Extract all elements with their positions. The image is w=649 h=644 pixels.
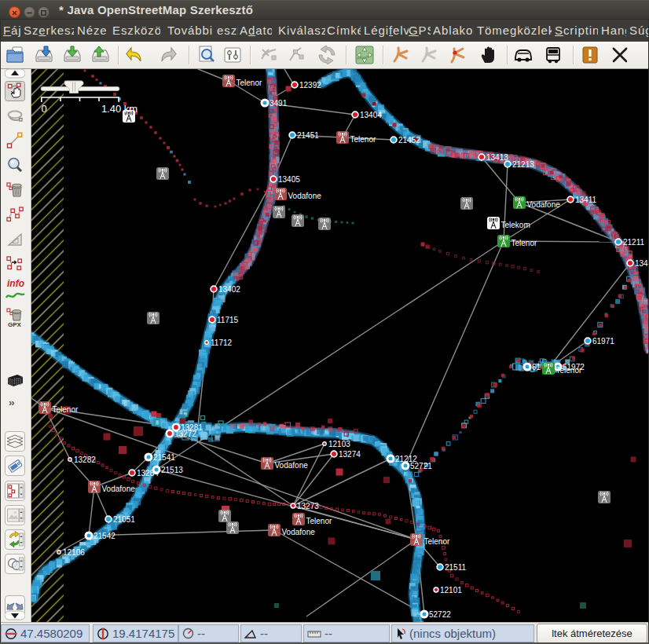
- svg-text:0: 0: [41, 103, 46, 115]
- svg-text:52722: 52722: [429, 610, 451, 619]
- svg-text:21513: 21513: [161, 466, 183, 474]
- svg-text:13272: 13272: [174, 430, 196, 438]
- svg-text:GPX: GPX: [8, 321, 22, 327]
- svg-text:21451: 21451: [297, 131, 319, 140]
- svg-text:Vodafone: Vodafone: [102, 485, 136, 493]
- svg-text:21542: 21542: [94, 532, 116, 540]
- svg-text:13274: 13274: [339, 450, 361, 459]
- svg-text:12106: 12106: [63, 548, 85, 557]
- svg-text:21452: 21452: [398, 136, 420, 145]
- svg-text:Vodafone: Vodafone: [527, 200, 561, 209]
- svg-text:12101: 12101: [440, 586, 462, 595]
- svg-text:21051: 21051: [113, 515, 135, 524]
- svg-text:Telekom: Telekom: [501, 221, 530, 229]
- svg-text:61: 61: [532, 363, 541, 371]
- svg-text:13273: 13273: [297, 502, 319, 510]
- svg-text:134: 134: [635, 259, 648, 268]
- svg-text:››: ››: [9, 397, 14, 408]
- svg-text:13405: 13405: [278, 175, 300, 184]
- svg-text:3491: 3491: [270, 99, 288, 108]
- svg-text:13411: 13411: [575, 196, 597, 204]
- svg-text:Vodafone: Vodafone: [275, 461, 309, 470]
- svg-text:Vodafone: Vodafone: [282, 528, 316, 536]
- svg-text:13402: 13402: [218, 285, 240, 294]
- svg-text:Telenor: Telenor: [424, 537, 450, 546]
- svg-text:12392: 12392: [299, 81, 321, 90]
- svg-text:21211: 21211: [623, 238, 645, 247]
- svg-text:1.40 km: 1.40 km: [101, 103, 138, 115]
- svg-text:Telenor: Telenor: [236, 79, 262, 87]
- svg-text:21213: 21213: [512, 160, 534, 169]
- svg-text:Telenor: Telenor: [556, 366, 582, 375]
- svg-text:13413: 13413: [486, 153, 508, 162]
- svg-text:11715: 11715: [217, 316, 239, 324]
- svg-text:21541: 21541: [153, 453, 175, 462]
- svg-text:Telenor: Telenor: [306, 517, 332, 525]
- svg-text:12103: 12103: [328, 440, 350, 448]
- svg-text:Vodafone: Vodafone: [288, 192, 322, 200]
- svg-text:11712: 11712: [211, 338, 233, 347]
- svg-text:21511: 21511: [445, 563, 467, 572]
- svg-text:Telenor: Telenor: [53, 405, 79, 414]
- svg-text:13404: 13404: [360, 111, 382, 119]
- svg-text:Telenor: Telenor: [512, 239, 537, 247]
- svg-text:52721: 52721: [410, 462, 432, 470]
- svg-text:61971: 61971: [592, 337, 614, 346]
- svg-text:13282: 13282: [74, 456, 96, 464]
- svg-text:Telenor: Telenor: [350, 135, 376, 144]
